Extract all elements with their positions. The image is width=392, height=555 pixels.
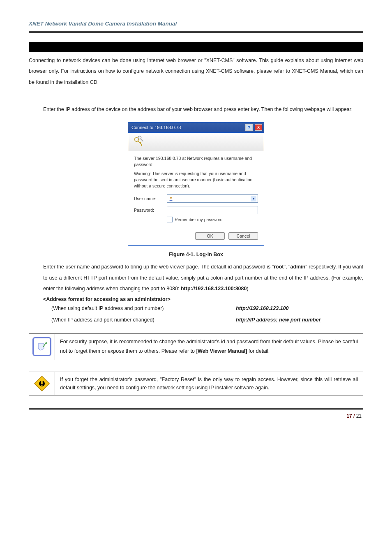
password-row: Password: <box>134 206 258 214</box>
intro-paragraph: Connecting to network devices can be don… <box>29 55 363 88</box>
dialog-button-row: OK Cancel <box>134 232 258 240</box>
dialog-body: The server 193.168.0.73 at Network requi… <box>128 150 264 245</box>
warning-callout: If you forget the administrator's passwo… <box>29 372 363 395</box>
dialog-title: Connect to 193.168.0.73 <box>131 125 181 130</box>
after-figure-paragraph: Enter the user name and password to brin… <box>29 261 363 294</box>
info-callout: For security purpose, it is recommended … <box>29 333 363 361</box>
note-icon <box>32 337 51 356</box>
addr-format-header: <Address format for accessing as an admi… <box>29 296 363 302</box>
addr-formats: (When using default IP address and port … <box>29 304 363 325</box>
addr-row2-cond: (When IP address and port number changed… <box>51 315 236 325</box>
remember-checkbox[interactable] <box>167 217 173 222</box>
password-input[interactable] <box>167 206 258 214</box>
header-rule <box>29 31 363 33</box>
info-icon-cell <box>29 334 55 360</box>
section-black-bar <box>29 42 363 52</box>
page-number: 17 / 21 <box>29 413 363 419</box>
addr-row1-url: http://192.168.123.100 <box>236 304 363 314</box>
warning-icon <box>34 375 50 392</box>
svg-point-6 <box>41 385 42 386</box>
username-label: User name: <box>134 196 167 201</box>
warning-icon-cell <box>29 372 55 395</box>
remember-row[interactable]: Remember my password <box>167 217 258 222</box>
dialog-icon-row <box>128 133 264 150</box>
ok-button[interactable]: OK <box>195 232 225 240</box>
svg-rect-5 <box>41 381 43 384</box>
addr-row2-url: http://IP address: new port number <box>236 315 363 325</box>
warning-callout-text: If you forget the administrator's passwo… <box>55 372 363 395</box>
close-button[interactable]: X <box>255 124 262 131</box>
section-instruction: Enter the IP address of the device on th… <box>29 104 363 115</box>
svg-point-2 <box>170 197 172 199</box>
chevron-down-icon[interactable]: ▾ <box>251 196 256 201</box>
username-row: User name: ▾ <box>134 194 258 203</box>
cancel-button[interactable]: Cancel <box>228 232 258 240</box>
keys-icon <box>132 135 145 148</box>
addr-row-2: (When IP address and port number changed… <box>51 315 363 325</box>
addr-row-1: (When using default IP address and port … <box>51 304 363 314</box>
footer-rule <box>29 408 363 410</box>
info-callout-text: For security purpose, it is recommended … <box>55 334 363 360</box>
password-label: Password: <box>134 208 167 213</box>
page-header-title: XNET Network Vandal Dome Camera Installa… <box>29 21 363 29</box>
addr-row1-cond: (When using default IP address and port … <box>51 304 236 314</box>
username-input[interactable]: ▾ <box>167 194 258 203</box>
titlebar-buttons-group: ? X <box>244 124 262 131</box>
figure-caption: Figure 4-1. Log-in Box <box>29 252 363 257</box>
person-icon <box>168 196 173 201</box>
dialog-msg-1: The server 193.168.0.73 at Network requi… <box>134 155 258 167</box>
dialog-titlebar: Connect to 193.168.0.73 ? X <box>128 123 264 133</box>
login-dialog: Connect to 193.168.0.73 ? X The se <box>128 122 264 246</box>
help-button[interactable]: ? <box>245 124 253 131</box>
dialog-msg-2: Warning: This server is requesting that … <box>134 171 258 189</box>
remember-label: Remember my password <box>175 217 223 222</box>
